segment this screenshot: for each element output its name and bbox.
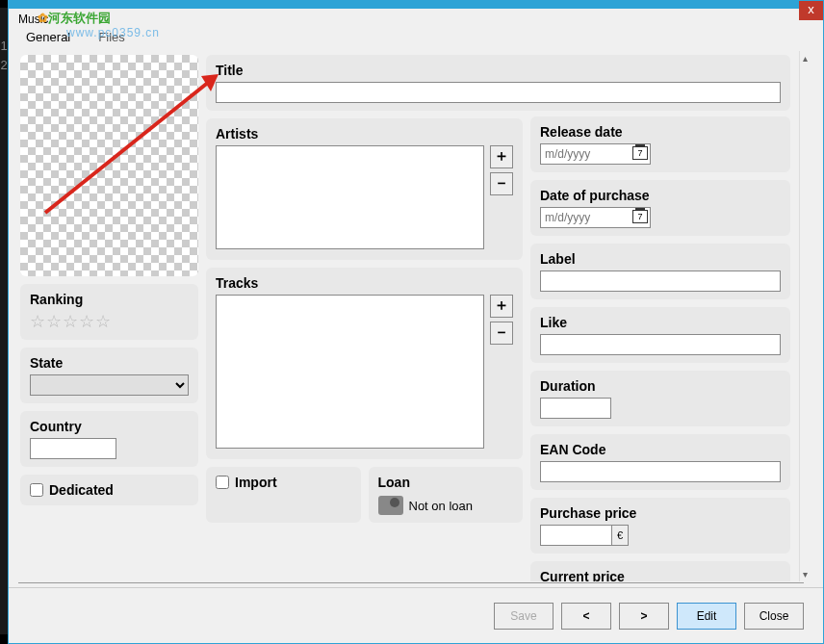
loan-card: Loan Not on loan bbox=[369, 467, 524, 523]
like-card: Like bbox=[530, 307, 790, 363]
calendar-icon[interactable]: 7 bbox=[632, 146, 648, 160]
tab-files[interactable]: Files bbox=[94, 28, 128, 46]
dedicated-checkbox[interactable] bbox=[30, 483, 43, 497]
import-checkbox[interactable] bbox=[216, 476, 229, 489]
footer: Save < > Edit Close bbox=[9, 587, 823, 643]
label-card: Label bbox=[530, 244, 790, 299]
person-icon bbox=[378, 496, 403, 515]
duration-card: Duration bbox=[530, 371, 790, 426]
state-select[interactable] bbox=[30, 374, 189, 396]
ranking-card: Ranking ☆☆☆☆☆ bbox=[20, 284, 198, 340]
ranking-label: Ranking bbox=[30, 292, 189, 307]
import-card: Import bbox=[206, 467, 361, 523]
country-card: Country bbox=[20, 411, 198, 467]
remove-artist-button[interactable]: － bbox=[490, 172, 513, 195]
country-input[interactable] bbox=[30, 438, 116, 459]
import-label: Import bbox=[235, 475, 277, 490]
label-input[interactable] bbox=[540, 270, 781, 292]
loan-status: Not on loan bbox=[409, 499, 474, 513]
titlebar bbox=[9, 1, 823, 9]
save-button[interactable]: Save bbox=[494, 603, 554, 630]
side-num-2: 2 bbox=[0, 56, 8, 75]
content-area: Ranking ☆☆☆☆☆ State Country Dedicated bbox=[14, 51, 796, 581]
scrollbar[interactable] bbox=[799, 51, 815, 581]
country-label: Country bbox=[30, 419, 189, 434]
dedicated-label: Dedicated bbox=[49, 482, 114, 498]
current-price-card: Current price € bbox=[530, 561, 790, 581]
release-date-label: Release date bbox=[540, 124, 781, 140]
tabs: General Files bbox=[9, 28, 823, 46]
purchase-date-card: Date of purchase 7 bbox=[530, 180, 790, 236]
prev-button[interactable]: < bbox=[561, 603, 611, 630]
duration-input[interactable] bbox=[540, 398, 611, 419]
release-date-card: Release date 7 bbox=[530, 116, 790, 172]
tab-general[interactable]: General bbox=[22, 28, 74, 46]
duration-label: Duration bbox=[540, 378, 781, 394]
ean-card: EAN Code bbox=[530, 434, 790, 490]
current-price-label: Current price bbox=[540, 569, 781, 581]
artists-label: Artists bbox=[216, 126, 513, 142]
tracks-card: Tracks ＋ － bbox=[206, 268, 523, 459]
add-artist-button[interactable]: ＋ bbox=[490, 145, 513, 168]
add-track-button[interactable]: ＋ bbox=[490, 295, 513, 318]
spacer bbox=[530, 55, 790, 109]
ean-input[interactable] bbox=[540, 461, 781, 482]
purchase-price-label: Purchase price bbox=[540, 505, 781, 521]
ean-label: EAN Code bbox=[540, 442, 781, 457]
close-icon[interactable]: x bbox=[799, 1, 823, 20]
purchase-price-input[interactable] bbox=[540, 525, 611, 546]
music-window: x Music General Files ✿河东软件园 www.pc0359.… bbox=[8, 0, 824, 644]
like-label: Like bbox=[540, 315, 781, 330]
close-button[interactable]: Close bbox=[744, 603, 804, 630]
currency-icon: € bbox=[611, 525, 629, 546]
cover-art-placeholder[interactable] bbox=[20, 55, 198, 276]
state-card: State bbox=[20, 348, 198, 403]
tracks-list[interactable] bbox=[216, 295, 484, 449]
side-num-1: 1 bbox=[0, 37, 8, 56]
calendar-icon[interactable]: 7 bbox=[632, 210, 648, 223]
edit-button[interactable]: Edit bbox=[677, 603, 736, 630]
app-side-strip: 1 2 bbox=[0, 8, 8, 634]
label-label: Label bbox=[540, 251, 781, 267]
purchase-price-card: Purchase price € bbox=[530, 498, 790, 554]
remove-track-button[interactable]: － bbox=[490, 322, 513, 345]
loan-label: Loan bbox=[378, 475, 514, 490]
like-input[interactable] bbox=[540, 334, 781, 355]
state-label: State bbox=[30, 355, 189, 371]
tracks-label: Tracks bbox=[216, 275, 513, 291]
dedicated-card: Dedicated bbox=[20, 475, 198, 505]
ranking-stars[interactable]: ☆☆☆☆☆ bbox=[30, 311, 189, 332]
divider bbox=[18, 582, 804, 583]
artists-card: Artists ＋ － bbox=[206, 118, 523, 260]
next-button[interactable]: > bbox=[619, 603, 669, 630]
artists-list[interactable] bbox=[216, 145, 484, 249]
purchase-date-label: Date of purchase bbox=[540, 188, 781, 203]
window-title: Music bbox=[9, 9, 823, 28]
